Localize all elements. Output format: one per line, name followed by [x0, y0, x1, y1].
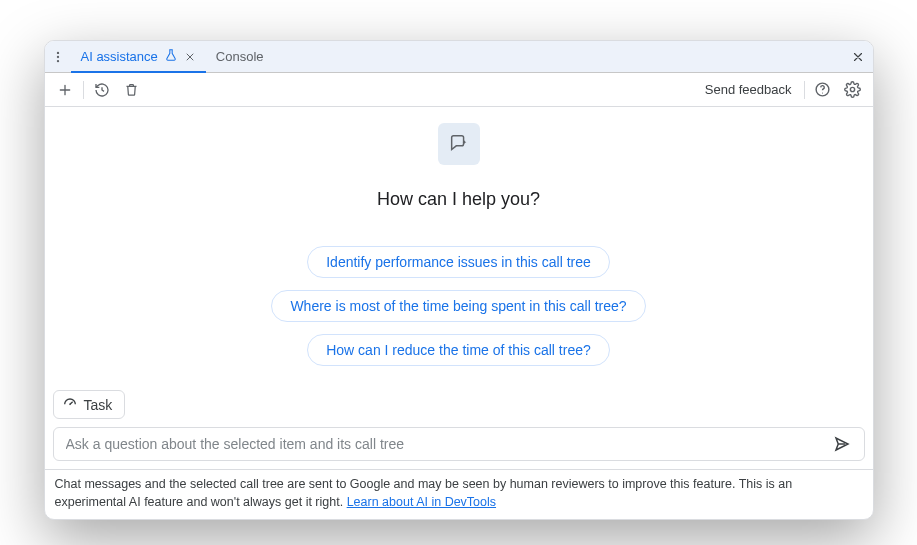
new-chat-button[interactable] [53, 78, 77, 102]
disclaimer: Chat messages and the selected call tree… [45, 469, 873, 519]
more-vert-icon [51, 50, 65, 64]
experiment-icon [164, 48, 178, 65]
close-tab-button[interactable] [184, 51, 196, 63]
send-button[interactable] [828, 430, 856, 458]
task-row: Task [45, 382, 873, 419]
suggestion-chip[interactable]: How can I reduce the time of this call t… [307, 334, 610, 366]
input-row [45, 419, 873, 469]
svg-point-5 [850, 87, 854, 91]
help-icon [814, 81, 831, 98]
svg-point-6 [69, 404, 71, 406]
tab-label: AI assistance [81, 49, 158, 64]
close-icon [184, 51, 196, 63]
sparkle-chat-icon [448, 133, 470, 155]
task-chip[interactable]: Task [53, 390, 126, 419]
tab-ai-assistance[interactable]: AI assistance [71, 41, 206, 72]
svg-point-4 [822, 92, 823, 93]
disclaimer-link[interactable]: Learn about AI in DevTools [347, 495, 496, 509]
divider [83, 81, 84, 99]
gear-icon [844, 81, 861, 98]
kebab-menu-button[interactable] [45, 41, 71, 72]
trash-icon [124, 82, 139, 97]
hero-icon [438, 123, 480, 165]
content-area: How can I help you? Identify performance… [45, 107, 873, 382]
suggestion-chip[interactable]: Identify performance issues in this call… [307, 246, 610, 278]
svg-point-2 [56, 59, 58, 61]
chat-input-wrap [53, 427, 865, 461]
panel-close-button[interactable] [843, 41, 873, 72]
tab-bar: AI assistance Console [45, 41, 873, 73]
delete-button[interactable] [120, 78, 144, 102]
settings-button[interactable] [841, 78, 865, 102]
toolbar: Send feedback [45, 73, 873, 107]
gauge-icon [62, 395, 78, 414]
suggestion-list: Identify performance issues in this call… [271, 246, 645, 366]
task-label: Task [84, 397, 113, 413]
tab-label: Console [216, 49, 264, 64]
hero-title: How can I help you? [377, 189, 540, 210]
send-feedback-link[interactable]: Send feedback [699, 82, 798, 97]
divider [804, 81, 805, 99]
help-button[interactable] [811, 78, 835, 102]
plus-icon [57, 82, 73, 98]
chat-input[interactable] [66, 436, 828, 452]
history-button[interactable] [90, 78, 114, 102]
svg-point-1 [56, 55, 58, 57]
svg-point-0 [56, 51, 58, 53]
tab-console[interactable]: Console [206, 41, 274, 72]
send-icon [833, 435, 851, 453]
close-icon [851, 50, 865, 64]
history-icon [94, 82, 110, 98]
ai-assistance-panel: AI assistance Console Send feedback [44, 40, 874, 520]
suggestion-chip[interactable]: Where is most of the time being spent in… [271, 290, 645, 322]
